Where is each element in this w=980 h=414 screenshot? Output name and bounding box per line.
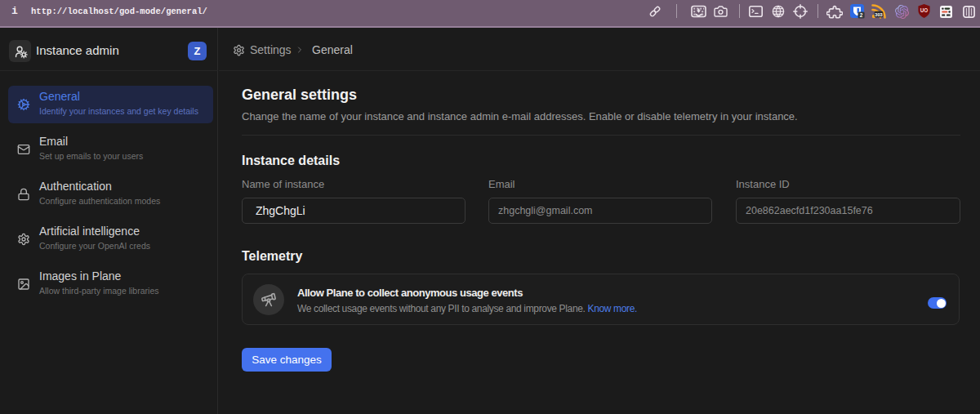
svg-text:UO: UO: [920, 7, 929, 13]
svg-text:303: 303: [875, 12, 882, 17]
svg-text:2: 2: [860, 12, 863, 18]
